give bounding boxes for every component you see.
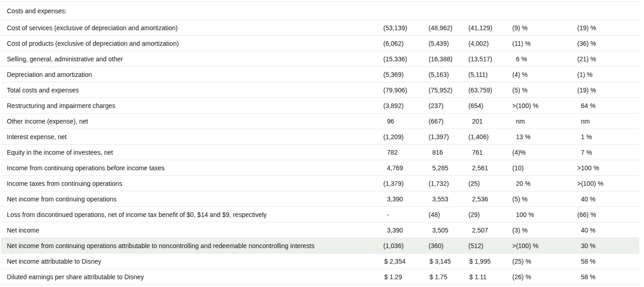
table-row[interactable]: Net income from continuing operations 3,…	[1, 191, 639, 207]
value-cell-3: (25)	[468, 180, 512, 187]
pct-change-cell-2: 40 %	[577, 195, 639, 203]
pct-change-cell-1: >(100) %	[512, 242, 577, 249]
pct-change-cell-1: 20 %	[512, 180, 577, 187]
pct-change-cell-2: 64 %	[577, 102, 639, 109]
value-cell-1: 96	[383, 118, 429, 125]
value-cell-2: 3,553	[429, 195, 468, 203]
value-cell-3: 2,561	[468, 164, 512, 172]
table-row[interactable]: Equity in the income of investees, net 7…	[1, 145, 639, 160]
value-cell-2: (16,388)	[429, 55, 468, 63]
table-row[interactable]: Net income attributable to Disney $ 2,35…	[1, 254, 639, 269]
value-cell-1: 4,769	[383, 164, 429, 172]
row-label: Cost of products (exclusive of depreciat…	[1, 40, 383, 47]
value-cell-2: (48)	[429, 211, 468, 218]
value-cell-1: $ 1.29	[383, 273, 429, 281]
value-cell-1: (3,892)	[383, 102, 429, 109]
pct-change-cell-2: 1 %	[577, 133, 639, 141]
pct-change-cell-2: 7 %	[577, 149, 639, 156]
table-row[interactable]: Net income 3,390 3,505 2,507 (3) % 40 %	[1, 222, 639, 238]
table-row[interactable]: Other income (expense), net 96 (667) 201…	[1, 114, 639, 129]
pct-change-cell-1: (5) %	[512, 195, 577, 203]
value-cell-3: $ 1,995	[468, 258, 512, 265]
value-cell-2: (1,732)	[429, 180, 468, 187]
row-label: Net income	[1, 227, 383, 234]
row-label: Cost of services (exclusive of depreciat…	[1, 24, 383, 32]
pct-change-cell-1: nm	[512, 118, 577, 125]
table-row[interactable]: Interest expense, net (1,209) (1,397) (1…	[1, 129, 639, 145]
value-cell-3: 761	[468, 149, 512, 156]
row-label: Net income from continuing operations	[1, 195, 383, 203]
table-row[interactable]: Total costs and expenses (79,906) (75,95…	[1, 82, 639, 98]
value-cell-3: (512)	[468, 242, 512, 249]
pct-change-cell-2: (36) %	[577, 40, 639, 47]
value-cell-1: (53,139)	[383, 24, 429, 32]
pct-change-cell-2: 58 %	[577, 273, 639, 281]
pct-change-cell-2: (19) %	[577, 24, 639, 32]
value-cell-2: $ 1.75	[429, 273, 468, 281]
pct-change-cell-1: (9) %	[512, 24, 577, 32]
pct-change-cell-1: 6 %	[512, 55, 577, 63]
value-cell-1: (1,036)	[383, 242, 429, 249]
value-cell-2: 5,285	[429, 164, 468, 172]
value-cell-3: (63,759)	[468, 87, 512, 94]
table-row[interactable]: Loss from discontinued operations, net o…	[1, 207, 639, 222]
value-cell-3: (1,406)	[468, 133, 512, 141]
pct-change-cell-2: 40 %	[577, 227, 639, 234]
pct-change-cell-1: >(100) %	[512, 102, 577, 109]
value-cell-3: 2,507	[468, 227, 512, 234]
value-cell-3: (5,111)	[468, 71, 512, 78]
pct-change-cell-1: (25) %	[512, 258, 577, 265]
pct-change-cell-2: (19) %	[577, 87, 639, 94]
row-label: Costs and expenses:	[1, 7, 383, 15]
value-cell-1: (5,369)	[383, 71, 429, 78]
value-cell-2: 816	[429, 149, 468, 156]
value-cell-2: (667)	[429, 118, 468, 125]
value-cell-3: (29)	[468, 211, 512, 218]
value-cell-3: 2,536	[468, 195, 512, 203]
table-row[interactable]: Income from continuing operations before…	[1, 160, 639, 176]
table-row[interactable]: Cost of services (exclusive of depreciat…	[1, 20, 639, 36]
pct-change-cell-2: (1) %	[577, 71, 639, 78]
value-cell-3: 201	[468, 118, 512, 125]
row-label: Equity in the income of investees, net	[1, 149, 383, 156]
table-row[interactable]: Selling, general, administrative and oth…	[1, 51, 639, 67]
table-row[interactable]: Costs and expenses:	[1, 2, 639, 20]
value-cell-1: -	[383, 211, 429, 218]
pct-change-cell-2: nm	[577, 118, 639, 125]
value-cell-1: (15,336)	[383, 55, 429, 63]
table-row[interactable]: Cost of products (exclusive of depreciat…	[1, 36, 639, 51]
value-cell-1: (1,209)	[383, 133, 429, 141]
value-cell-1: 3,390	[383, 227, 429, 234]
row-label: Interest expense, net	[1, 133, 383, 141]
value-cell-2: (75,952)	[429, 87, 468, 94]
row-label: Total costs and expenses	[1, 87, 383, 94]
pct-change-cell-2: >100 %	[577, 164, 639, 172]
table-row[interactable]: Depreciation and amortization (5,369) (5…	[1, 67, 639, 82]
financial-table: Costs and expenses: Cost of services (ex…	[1, 1, 639, 285]
value-cell-2: $ 3,145	[429, 258, 468, 265]
value-cell-3: (4,002)	[468, 40, 512, 47]
pct-change-cell-2: >(100) %	[577, 180, 639, 187]
value-cell-2: (237)	[429, 102, 468, 109]
pct-change-cell-2: 58 %	[577, 258, 639, 265]
table-row[interactable]: Net income from continuing operations at…	[1, 238, 639, 254]
table-row[interactable]: Income taxes from continuing operations …	[1, 176, 639, 191]
value-cell-2: (1,397)	[429, 133, 468, 141]
value-cell-2: 3,505	[429, 227, 468, 234]
pct-change-cell-1: (3) %	[512, 227, 577, 234]
value-cell-2: (48,962)	[429, 24, 468, 32]
value-cell-3: $ 1.11	[468, 273, 512, 281]
pct-change-cell-1: (26) %	[512, 273, 577, 281]
row-label: Diluted earnings per share attributable …	[1, 273, 383, 281]
pct-change-cell-1: (5) %	[512, 87, 577, 94]
row-label: Restructuring and impairment charges	[1, 102, 383, 109]
value-cell-1: (6,062)	[383, 40, 429, 47]
pct-change-cell-1: (10)	[512, 164, 577, 172]
pct-change-cell-1: (11) %	[512, 40, 577, 47]
table-row[interactable]: Restructuring and impairment charges (3,…	[1, 98, 639, 114]
row-label: Net income attributable to Disney	[1, 258, 383, 265]
value-cell-2: (5,439)	[429, 40, 468, 47]
table-row[interactable]: Diluted earnings per share attributable …	[1, 269, 639, 285]
value-cell-3: (654)	[468, 102, 512, 109]
row-label: Income from continuing operations before…	[1, 164, 383, 172]
